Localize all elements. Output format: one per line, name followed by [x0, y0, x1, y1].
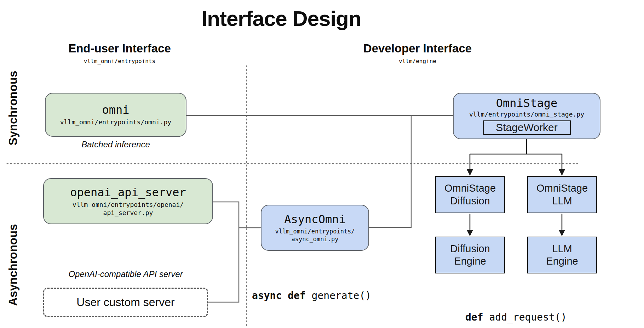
- caption-openai-compatible: OpenAI-compatible API server: [37, 269, 214, 279]
- stage-worker-label: StageWorker: [496, 121, 558, 134]
- omni-path: vllm_omni/entrypoints/omni.py: [60, 118, 171, 126]
- openai-path-line1: vllm_omni/entrypoints/openai/: [73, 201, 184, 208]
- openai-api-server-title: openai_api_server: [70, 186, 186, 199]
- code-rest: generate(): [306, 290, 371, 301]
- code-engine-api: def add_request() def abort_request() de…: [465, 283, 579, 328]
- node-openai-api-server: openai_api_server vllm_omni/entrypoints/…: [43, 178, 213, 224]
- user-custom-server-label: User custom server: [76, 296, 174, 309]
- async-omni-path-line2: async_omni.py: [291, 236, 338, 243]
- connector-stages-to-engines: [470, 214, 562, 230]
- omni-stage-path: vllm/entrypoints/omni_stage.py: [469, 111, 584, 119]
- node-diffusion-engine: DiffusionEngine: [435, 237, 505, 273]
- openai-path-line2: api_server.py: [103, 209, 153, 216]
- llm-engine-line1: LLM: [552, 243, 572, 254]
- end-user-interface-title: End-user Interface: [31, 42, 208, 55]
- connector-asyncomni-to-mainline: [369, 116, 411, 227]
- diffusion-engine-line1: Diffusion: [450, 243, 490, 254]
- llm-engine-line2: Engine: [546, 255, 578, 267]
- developer-interface-path: vllm/engine: [329, 58, 506, 64]
- node-omnistage-diffusion: OmniStageDiffusion: [435, 176, 505, 213]
- connector-stageworker-branch: [470, 136, 562, 170]
- code-line: def add_request(): [465, 310, 579, 324]
- omnistage-llm-line1: OmniStage: [536, 182, 588, 194]
- code-keyword: async def: [252, 290, 306, 301]
- code-line: async def generate(): [252, 289, 395, 302]
- openai-api-server-path: vllm_omni/entrypoints/openai/api_server.…: [73, 201, 184, 217]
- node-llm-engine: LLMEngine: [527, 237, 597, 273]
- node-omni: omni vllm_omni/entrypoints/omni.py: [45, 93, 186, 137]
- column-header-developer: Developer Interface vllm/engine: [329, 42, 506, 64]
- arrowhead-to-diffusion-engine: [467, 230, 473, 236]
- async-omni-path-line1: vllm_omni/entrypoints/: [275, 228, 355, 235]
- page-title: Interface Design: [0, 6, 563, 31]
- diffusion-engine-line2: Engine: [454, 255, 486, 267]
- omni-title: omni: [102, 103, 129, 117]
- column-header-end-user: End-user Interface vllm_omni/entrypoints: [31, 42, 208, 64]
- async-omni-path: vllm_omni/entrypoints/async_omni.py: [275, 228, 355, 243]
- code-rest: add_request(): [483, 311, 567, 323]
- row-label-synchronous: Synchronous: [6, 55, 20, 161]
- end-user-interface-path: vllm_omni/entrypoints: [31, 58, 208, 64]
- node-omnistage-llm: OmniStageLLM: [527, 176, 597, 213]
- developer-interface-title: Developer Interface: [329, 42, 506, 55]
- code-async-api: async def generate() async def abort() +…: [252, 261, 395, 328]
- arrowhead-to-omnistage-diffusion: [467, 169, 473, 176]
- caption-batched-inference: Batched inference: [45, 140, 186, 149]
- arrowhead-to-llm-engine: [559, 230, 565, 236]
- omnistage-llm-line2: LLM: [552, 195, 572, 207]
- omni-stage-title: OmniStage: [496, 96, 557, 110]
- async-omni-title: AsyncOmni: [284, 213, 345, 226]
- node-omni-stage: OmniStage vllm/entrypoints/omni_stage.py…: [453, 93, 600, 139]
- node-stage-worker: StageWorker: [483, 120, 571, 135]
- omnistage-diffusion-line1: OmniStage: [444, 182, 496, 194]
- arrowhead-to-omnistage-llm: [559, 169, 565, 176]
- omnistage-diffusion-line2: Diffusion: [450, 195, 490, 207]
- row-label-asynchronous: Asynchronous: [6, 212, 20, 318]
- code-keyword: def: [465, 311, 483, 323]
- node-async-omni: AsyncOmni vllm_omni/entrypoints/async_om…: [261, 205, 369, 251]
- interface-design-diagram: Interface Design End-user Interface vllm…: [0, 0, 644, 328]
- node-user-custom-server: User custom server: [43, 288, 208, 317]
